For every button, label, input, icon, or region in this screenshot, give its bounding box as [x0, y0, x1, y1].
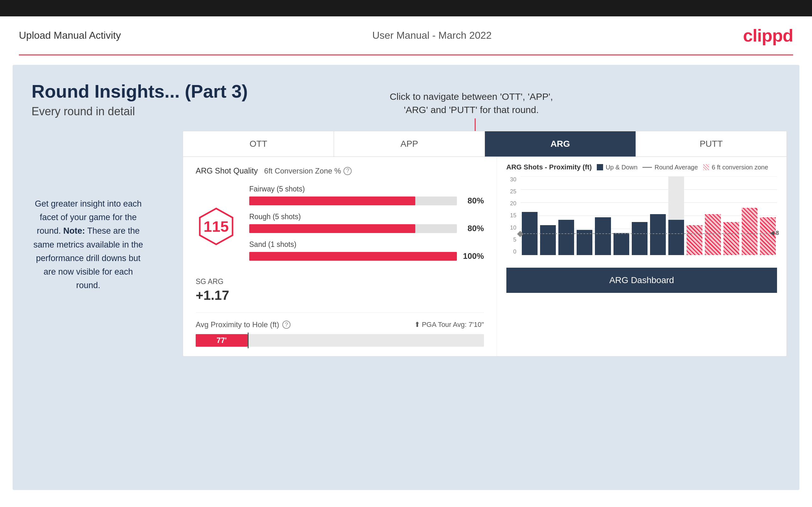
footer: Copyright Clippd 2021	[0, 499, 812, 507]
rough-bar-row: Rough (5 shots) 80%	[249, 213, 484, 233]
legend-round-avg: Round Average	[643, 164, 698, 171]
chart-bar-6	[613, 233, 629, 255]
right-panel: ARG Shots - Proximity (ft) Up & Down Rou…	[497, 157, 786, 356]
arg-dashboard-button[interactable]: ARG Dashboard	[506, 268, 777, 293]
sand-bar-track	[249, 252, 457, 261]
tab-putt[interactable]: PUTT	[636, 131, 786, 157]
left-description: Get greater insight into each facet of y…	[32, 197, 145, 292]
dashboard-panel: OTT APP ARG PUTT ARG Shot Quality 6ft Co…	[183, 131, 787, 356]
chart-bar-9	[668, 220, 684, 256]
proximity-header: Avg Proximity to Hole (ft) ? ⬆ PGA Tour …	[196, 320, 484, 329]
panel-body: ARG Shot Quality 6ft Conversion Zone % ?…	[183, 157, 786, 356]
sg-section: SG ARG +1.17	[196, 277, 484, 303]
y-label-10: 10	[510, 225, 516, 231]
legend-conversion: 6 ft conversion zone	[703, 164, 768, 171]
legend-updown: Up & Down	[597, 164, 638, 171]
header: Upload Manual Activity User Manual - Mar…	[0, 16, 812, 54]
sand-bar-fill	[249, 252, 457, 261]
y-label-20: 20	[510, 200, 516, 207]
chart-bar-7	[632, 222, 648, 255]
hex-number: 115	[204, 218, 229, 235]
rough-percent: 80%	[462, 224, 484, 233]
proximity-label: Avg Proximity to Hole (ft) ?	[196, 320, 291, 329]
upload-manual-activity-link[interactable]: Upload Manual Activity	[19, 30, 121, 41]
header-divider	[19, 54, 793, 55]
dashed-line-label: ◀ 8	[770, 230, 779, 236]
main-content: Round Insights... (Part 3) Every round i…	[13, 65, 799, 490]
legend-hatch-icon	[703, 164, 709, 170]
bars-wrapper	[520, 176, 777, 255]
rough-bar-fill	[249, 224, 415, 233]
chart-bar-5	[595, 217, 611, 255]
proximity-cursor	[248, 333, 249, 348]
chart-bar-3	[558, 220, 574, 256]
fairway-bar-row: Fairway (5 shots) 80%	[249, 185, 484, 206]
y-label-25: 25	[510, 188, 516, 195]
tab-app[interactable]: APP	[334, 131, 485, 157]
tab-bar: OTT APP ARG PUTT	[183, 131, 786, 157]
annotation-text: Click to navigate between 'OTT', 'APP', …	[390, 90, 553, 116]
chart-bar-hatch-2	[705, 214, 721, 255]
chart-bar-hatch-4	[742, 208, 758, 255]
bar-rows: Fairway (5 shots) 80% Rough (5 shots)	[249, 185, 484, 268]
proximity-bar-fill: 77'	[196, 334, 248, 347]
clippd-logo: clippd	[743, 25, 793, 46]
chart-title: ARG Shots - Proximity (ft)	[506, 163, 592, 171]
sand-bar-row: Sand (1 shots) 100%	[249, 240, 484, 261]
y-label-30: 30	[510, 176, 516, 183]
proximity-help-icon[interactable]: ?	[282, 321, 291, 329]
tab-ott[interactable]: OTT	[183, 131, 334, 157]
conversion-help-icon[interactable]: ?	[344, 167, 352, 175]
y-label-0: 0	[513, 248, 516, 255]
pga-avg: ⬆ PGA Tour Avg: 7'10"	[414, 321, 484, 329]
tab-arg[interactable]: ARG	[485, 131, 636, 157]
sand-label: Sand (1 shots)	[249, 240, 484, 249]
chart-bar-hatch-1	[687, 225, 702, 255]
y-axis: 30 25 20 15 10 5 0	[506, 176, 519, 255]
legend-dash-icon	[643, 167, 652, 168]
sg-label: SG ARG	[196, 277, 484, 286]
proximity-section: Avg Proximity to Hole (ft) ? ⬆ PGA Tour …	[196, 313, 484, 347]
chart-area: 30 25 20 15 10 5 0	[506, 176, 777, 265]
y-label-15: 15	[510, 212, 516, 219]
hex-score-section: 115 Fairway (5 shots) 80%	[196, 185, 484, 268]
legend-updown-icon	[597, 164, 603, 170]
rough-label: Rough (5 shots)	[249, 213, 484, 221]
document-title: User Manual - March 2022	[372, 30, 492, 41]
proximity-bar-track: 77'	[196, 334, 484, 347]
chart-bar-hatch-3	[723, 222, 739, 255]
fairway-percent: 80%	[462, 196, 484, 206]
shot-quality-label: ARG Shot Quality	[196, 166, 258, 175]
shot-quality-header: ARG Shot Quality 6ft Conversion Zone % ?	[196, 166, 484, 175]
left-panel: ARG Shot Quality 6ft Conversion Zone % ?…	[183, 157, 497, 356]
chart-bar-8	[650, 214, 666, 255]
chart-bar-2	[540, 225, 556, 255]
dashed-avg-line: ◀ 8	[520, 233, 768, 234]
fairway-bar-track	[249, 196, 457, 205]
chart-header: ARG Shots - Proximity (ft) Up & Down Rou…	[506, 163, 777, 171]
rough-bar-track	[249, 224, 457, 233]
y-label-5: 5	[513, 236, 516, 243]
bars-area: ◀ 8	[520, 176, 777, 255]
hex-score-badge: 115	[196, 206, 237, 247]
sg-value: +1.17	[196, 288, 484, 303]
conversion-label: 6ft Conversion Zone % ?	[264, 167, 352, 175]
hatch-bg-column	[668, 176, 684, 255]
fairway-bar-fill	[249, 196, 415, 205]
sand-percent: 100%	[462, 251, 484, 261]
top-bar	[0, 0, 812, 16]
fairway-label: Fairway (5 shots)	[249, 185, 484, 193]
